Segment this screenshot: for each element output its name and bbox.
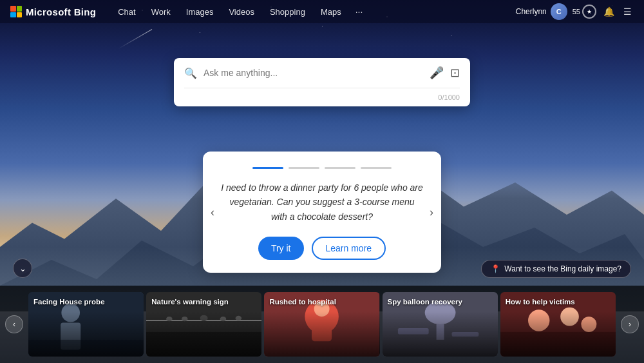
nav-chat[interactable]: Chat xyxy=(111,5,142,19)
search-input[interactable] xyxy=(204,68,423,78)
daily-image-badge[interactable]: 📍 Want to see the Bing daily image? xyxy=(481,260,631,278)
rewards-circle: ★ xyxy=(582,5,596,19)
news-items: Facing House probe xyxy=(0,286,644,363)
news-card-inner-2: Rushed to hospital xyxy=(264,292,379,357)
try-it-button[interactable]: Try it xyxy=(258,237,304,260)
nav-work[interactable]: Work xyxy=(145,5,177,19)
progress-dots xyxy=(221,167,423,169)
header: Microsoft Bing Chat Work Images Videos S… xyxy=(0,0,644,23)
user-name: Cherlynn xyxy=(516,7,547,16)
nav-images[interactable]: Images xyxy=(180,5,220,19)
microsoft-logo xyxy=(10,6,22,17)
dot-3 xyxy=(325,167,355,169)
news-card-0[interactable]: Facing House probe xyxy=(28,292,144,357)
camera-icon[interactable]: ⊡ xyxy=(450,66,460,80)
news-scroll-right-button[interactable]: › xyxy=(621,315,639,333)
logo-green xyxy=(17,6,23,12)
news-scroll-left-button[interactable]: ‹ xyxy=(5,315,23,333)
search-container: 🔍 🎤 ⊡ 0/1000 xyxy=(174,58,470,106)
logo-red xyxy=(10,6,16,12)
daily-image-label: Want to see the Bing daily image? xyxy=(504,264,621,273)
dot-1 xyxy=(252,167,283,169)
logo-blue xyxy=(10,12,16,18)
next-prompt-button[interactable]: › xyxy=(427,203,436,222)
search-box: 🔍 🎤 ⊡ 0/1000 xyxy=(174,58,470,106)
notifications-icon[interactable]: 🔔 xyxy=(601,5,616,19)
news-card-inner-1: Nature's warning sign xyxy=(146,292,261,357)
prompt-card: ‹ › I need to throw a dinner party for 6… xyxy=(203,152,441,273)
logo-text: Microsoft Bing xyxy=(26,6,96,17)
news-title-3: Spy balloon recovery xyxy=(388,297,493,307)
avatar[interactable]: C xyxy=(551,3,567,20)
search-footer: 0/1000 xyxy=(174,88,470,106)
search-input-row: 🔍 🎤 ⊡ xyxy=(174,58,470,88)
search-icon: 🔍 xyxy=(184,67,197,79)
rewards-badge[interactable]: 55 ★ xyxy=(573,5,596,19)
hamburger-menu-icon[interactable]: ☰ xyxy=(621,5,634,19)
news-card-inner-0: Facing House probe xyxy=(28,292,144,357)
news-card-2[interactable]: Rushed to hospital xyxy=(264,292,379,357)
collapse-button[interactable]: ⌄ xyxy=(13,259,32,278)
microphone-icon[interactable]: 🎤 xyxy=(430,66,444,80)
prev-prompt-button[interactable]: ‹ xyxy=(208,203,217,222)
news-title-0: Facing House probe xyxy=(33,297,138,307)
news-card-inner-4: How to help victims xyxy=(500,292,616,357)
prompt-actions: Try it Learn more xyxy=(221,237,423,260)
nav-videos[interactable]: Videos xyxy=(222,5,261,19)
location-icon: 📍 xyxy=(491,264,500,273)
logo[interactable]: Microsoft Bing xyxy=(10,6,96,17)
avatar-initials: C xyxy=(556,8,562,15)
news-card-1[interactable]: Nature's warning sign xyxy=(146,292,261,357)
logo-yellow xyxy=(17,12,23,18)
learn-more-button[interactable]: Learn more xyxy=(312,237,386,260)
nav-shopping[interactable]: Shopping xyxy=(263,5,312,19)
prompt-text: I need to throw a dinner party for 6 peo… xyxy=(221,181,423,224)
dot-2 xyxy=(289,167,319,169)
news-title-4: How to help victims xyxy=(506,297,611,307)
news-title-1: Nature's warning sign xyxy=(151,297,256,307)
news-bar: ‹ Facing House probe xyxy=(0,286,644,363)
news-card-3[interactable]: Spy balloon recovery xyxy=(383,292,498,357)
nav-maps[interactable]: Maps xyxy=(314,5,348,19)
char-count: 0/1000 xyxy=(438,93,460,101)
header-right: Cherlynn C 55 ★ 🔔 ☰ xyxy=(516,3,634,20)
main-nav: Chat Work Images Videos Shopping Maps ··… xyxy=(111,4,516,19)
dot-4 xyxy=(361,167,392,169)
rewards-points: 55 xyxy=(573,8,580,15)
news-card-4[interactable]: How to help victims xyxy=(500,292,616,357)
nav-more[interactable]: ··· xyxy=(350,4,368,19)
news-title-2: Rushed to hospital xyxy=(269,297,374,307)
user-info: Cherlynn C xyxy=(516,3,567,20)
news-card-inner-3: Spy balloon recovery xyxy=(383,292,498,357)
